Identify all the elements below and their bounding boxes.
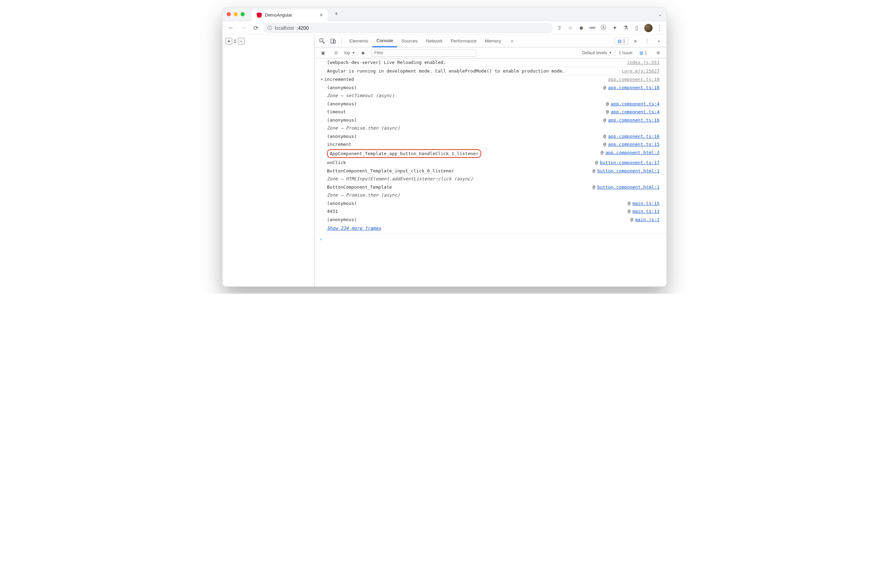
profile-avatar[interactable]	[644, 24, 653, 32]
stack-frame: Zone – Promise.then (async)	[315, 124, 667, 132]
at-symbol: @	[628, 208, 631, 215]
frame-location-link[interactable]: main.ts:15	[632, 200, 659, 207]
counter-value: 1	[233, 38, 237, 44]
frame-function: increment	[327, 141, 603, 148]
devtools-tab-elements[interactable]: Elements	[345, 35, 372, 47]
console-toolbar: ▣ ⊘ top ◉ Default levels 1 Issue: ▤ 1 ⚙	[315, 47, 667, 58]
frame-location-link[interactable]: app.component.ts:16	[608, 133, 659, 140]
devtools-tab-network[interactable]: Network	[422, 35, 447, 47]
log-row: [webpack-dev-server] Live Reloading enab…	[315, 58, 667, 67]
stack-frame: Zone – HTMLInputElement.addEventListener…	[315, 175, 667, 183]
trace-header[interactable]: ▼ incremented app.component.ts:18	[315, 75, 667, 84]
inspect-element-icon[interactable]	[317, 36, 327, 46]
tab-overflow-icon[interactable]: ⌄	[658, 11, 662, 17]
stack-frame: timeout@app.component.ts:4	[315, 108, 667, 116]
devtools-panel: ElementsConsoleSourcesNetworkPerformance…	[315, 35, 667, 286]
at-symbol: @	[595, 159, 598, 166]
at-symbol: @	[628, 200, 631, 207]
stack-frame: ButtonComponent_Template_input_click_0_l…	[315, 167, 667, 175]
log-message: [webpack-dev-server] Live Reloading enab…	[327, 59, 627, 66]
context-selector[interactable]: top	[344, 51, 354, 55]
labs-flask-icon[interactable]: ⚗	[622, 24, 629, 32]
frame-function: (anonymous)	[327, 200, 628, 207]
frame-location-link[interactable]: main.js:2	[635, 216, 659, 223]
devtools-settings-icon[interactable]: ⚙	[631, 36, 640, 46]
skull-extension-icon[interactable]: ☻	[578, 24, 585, 32]
console-prompt[interactable]: ›	[315, 233, 667, 245]
frame-location-link[interactable]: app.component.ts:15	[608, 141, 659, 148]
url-port: :4200	[297, 25, 309, 31]
divider	[341, 38, 342, 45]
show-more-frames[interactable]: Show 234 more frames	[315, 224, 667, 233]
reload-button[interactable]: ⟳	[251, 23, 261, 33]
filter-input[interactable]	[371, 49, 476, 57]
devtools-tab-console[interactable]: Console	[372, 35, 397, 47]
console-body: [webpack-dev-server] Live Reloading enab…	[315, 58, 667, 286]
incognito-icon[interactable]: 👓	[589, 24, 596, 32]
frame-location-link[interactable]: app.component.ts:18	[608, 84, 659, 91]
stack-frame: ButtonComponent_Template@button.componen…	[315, 183, 667, 191]
frame-location-link[interactable]: app.component.ts:4	[611, 100, 659, 108]
side-panel-icon[interactable]: ▯	[633, 24, 640, 32]
messages-badge[interactable]: ▤ 1	[614, 38, 628, 45]
show-more-link[interactable]: Show 234 more frames	[327, 226, 381, 231]
address-bar[interactable]: ⓘ localhost:4200	[263, 23, 553, 33]
extensions-puzzle-icon[interactable]: ✦	[611, 24, 618, 32]
decrement-button[interactable]: -	[238, 38, 245, 45]
clear-console-icon[interactable]: ⊘	[331, 48, 341, 58]
share-icon[interactable]: ⇧	[556, 24, 563, 32]
site-info-icon[interactable]: ⓘ	[267, 25, 272, 31]
minimize-window-button[interactable]	[234, 12, 238, 16]
svg-rect-2	[333, 40, 336, 43]
new-tab-button[interactable]: +	[335, 10, 338, 18]
stack-frame: 4431@main.ts:13	[315, 207, 667, 216]
frame-function: ButtonComponent_Template_input_click_0_l…	[327, 168, 592, 174]
forward-button[interactable]: →	[239, 23, 248, 33]
issues-badge-small[interactable]: ▤ 1	[637, 50, 650, 56]
stack-frame: (anonymous)@main.js:2	[315, 216, 667, 224]
disclosure-triangle-icon[interactable]: ▼	[321, 77, 323, 82]
divider	[615, 50, 615, 56]
devtools-close-icon[interactable]: ✕	[654, 36, 664, 46]
frame-location-link[interactable]: button.component.html:1	[597, 168, 659, 174]
console-settings-icon[interactable]: ⚙	[653, 48, 663, 58]
trace-source-link[interactable]: app.component.ts:18	[608, 76, 659, 83]
close-tab-button[interactable]: ×	[320, 12, 323, 18]
issue-count: 1	[645, 51, 647, 55]
more-tabs-button[interactable]: »	[507, 35, 517, 47]
frame-function: (anonymous)	[327, 117, 603, 124]
message-icon: ▤	[618, 39, 622, 44]
browser-tab[interactable]: DemoAngular ×	[252, 9, 328, 21]
devtools-tab-performance[interactable]: Performance	[447, 35, 481, 47]
bookmark-star-icon[interactable]: ☆	[567, 24, 574, 32]
frame-function: timeout	[327, 108, 606, 116]
devtools-menu-icon[interactable]: ⋮	[642, 36, 652, 46]
privacy-A-icon[interactable]: Ⓐ	[600, 24, 607, 32]
back-button[interactable]: ←	[226, 23, 236, 33]
frame-location-link[interactable]: button.component.ts:17	[600, 159, 659, 166]
increment-button[interactable]: +	[225, 38, 232, 45]
console-sidebar-toggle-icon[interactable]: ▣	[318, 48, 328, 58]
frame-function: onClick	[327, 159, 595, 166]
frame-function: (anonymous)	[327, 216, 631, 223]
chrome-menu-button[interactable]: ⋮	[657, 24, 663, 32]
devtools-tab-sources[interactable]: Sources	[397, 35, 422, 47]
trace-label: incremented	[324, 76, 608, 83]
frame-function: Zone – Promise.then (async)	[327, 125, 659, 132]
at-symbol: @	[601, 149, 604, 158]
frame-location-link[interactable]: main.ts:13	[632, 208, 659, 215]
log-source-link[interactable]: index.js:551	[627, 59, 659, 66]
tab-title: DemoAngular	[265, 12, 293, 18]
frame-location-link[interactable]: app.component.ts:16	[608, 117, 659, 124]
frame-location-link[interactable]: app.component.ts:4	[611, 108, 659, 116]
devtools-tab-memory[interactable]: Memory	[481, 35, 505, 47]
log-source-link[interactable]: core.mjs:25627	[622, 68, 659, 75]
live-expression-icon[interactable]: ◉	[358, 48, 368, 58]
frame-location-link[interactable]: app.component.html:2	[605, 149, 659, 158]
frame-location-link[interactable]: button.component.html:1	[597, 184, 659, 191]
device-toolbar-icon[interactable]	[328, 36, 338, 46]
frame-function: ButtonComponent_Template	[327, 184, 592, 191]
close-window-button[interactable]	[227, 12, 231, 16]
log-levels-selector[interactable]: Default levels	[582, 51, 611, 55]
maximize-window-button[interactable]	[240, 12, 245, 16]
